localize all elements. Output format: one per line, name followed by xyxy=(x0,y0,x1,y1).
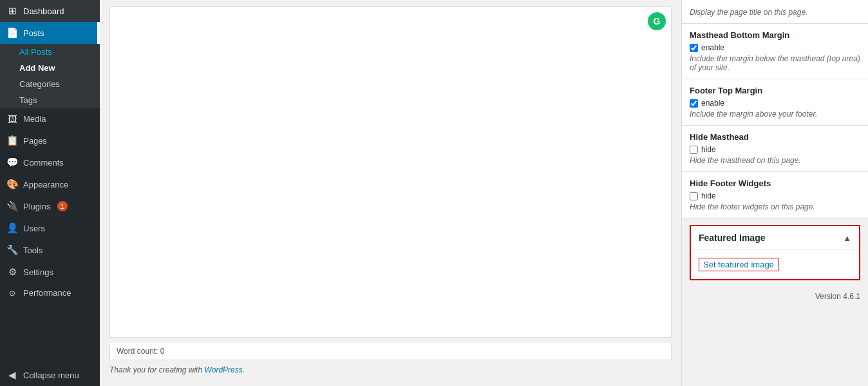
masthead-bottom-margin-label: enable xyxy=(701,43,724,52)
submenu-add-new[interactable]: Add New xyxy=(0,60,100,76)
editor-box[interactable]: G xyxy=(109,6,672,338)
sidebar-item-tools[interactable]: 🔧 Tools xyxy=(0,239,100,261)
performance-icon: ⊙ xyxy=(6,289,18,298)
sidebar-item-settings[interactable]: ⚙ Settings xyxy=(0,261,100,283)
sidebar-item-collapse[interactable]: ◀ Collapse menu xyxy=(0,364,100,386)
right-panel: Display the page title on this page. Mas… xyxy=(681,0,868,386)
sidebar: ⊞ Dashboard 📄 Posts All Posts Add New Ca… xyxy=(0,0,100,386)
submenu-all-posts[interactable]: All Posts xyxy=(0,44,100,60)
posts-submenu: All Posts Add New Categories Tags xyxy=(0,44,100,108)
sidebar-item-plugins[interactable]: 🔌 Plugins 1 xyxy=(0,195,100,217)
sidebar-item-users[interactable]: 👤 Users xyxy=(0,217,100,239)
set-featured-image-link[interactable]: Set featured image xyxy=(699,258,778,271)
hide-masthead-checkbox[interactable] xyxy=(690,146,698,154)
featured-image-title: Featured Image xyxy=(699,233,765,243)
dashboard-icon: ⊞ xyxy=(6,5,18,17)
submenu-categories[interactable]: Categories xyxy=(0,76,100,92)
featured-image-header: Featured Image ▲ xyxy=(691,226,859,250)
media-icon: 🖼 xyxy=(6,113,18,124)
active-bar xyxy=(97,22,100,44)
editor-area: G Word count: 0 Thank you for creating w… xyxy=(100,0,681,386)
hide-footer-widgets-label: hide xyxy=(701,191,716,200)
masthead-bottom-margin-section: Masthead Bottom Margin enable Include th… xyxy=(682,24,868,79)
pages-icon: 📋 xyxy=(6,135,18,146)
hide-masthead-label: hide xyxy=(701,145,716,154)
collapse-icon: ◀ xyxy=(6,369,18,381)
featured-image-panel: Featured Image ▲ Set featured image xyxy=(690,225,860,280)
word-count: Word count: 0 xyxy=(109,343,672,360)
thank-you-bar: Thank you for creating with WordPress. xyxy=(109,360,672,380)
sidebar-item-comments[interactable]: 💬 Comments xyxy=(0,151,100,173)
sidebar-item-pages[interactable]: 📋 Pages xyxy=(0,130,100,151)
posts-icon: 📄 xyxy=(6,27,18,39)
sidebar-item-media[interactable]: 🖼 Media xyxy=(0,108,100,130)
appearance-icon: 🎨 xyxy=(6,179,18,190)
sidebar-item-appearance[interactable]: 🎨 Appearance xyxy=(0,173,100,195)
featured-image-collapse-icon[interactable]: ▲ xyxy=(843,233,851,243)
hide-masthead-section: Hide Masthead hide Hide the masthead on … xyxy=(682,126,868,172)
plugins-badge: 1 xyxy=(57,201,68,211)
page-title-section: Display the page title on this page. xyxy=(682,0,868,24)
sidebar-item-posts[interactable]: 📄 Posts xyxy=(0,22,100,44)
hide-footer-widgets-section: Hide Footer Widgets hide Hide the footer… xyxy=(682,172,868,218)
grammarly-icon: G xyxy=(648,12,666,30)
plugins-icon: 🔌 xyxy=(6,200,18,212)
footer-top-margin-section: Footer Top Margin enable Include the mar… xyxy=(682,79,868,126)
users-icon: 👤 xyxy=(6,222,18,234)
masthead-bottom-margin-checkbox[interactable] xyxy=(690,44,698,52)
footer-top-margin-label: enable xyxy=(701,99,724,108)
hide-footer-widgets-checkbox[interactable] xyxy=(690,192,698,200)
main-content: G Word count: 0 Thank you for creating w… xyxy=(100,0,681,386)
comments-icon: 💬 xyxy=(6,157,18,168)
sidebar-item-dashboard[interactable]: ⊞ Dashboard xyxy=(0,0,100,22)
version-bar: Version 4.6.1 xyxy=(682,287,868,306)
settings-icon: ⚙ xyxy=(6,266,18,278)
tools-icon: 🔧 xyxy=(6,244,18,256)
sidebar-item-performance[interactable]: ⊙ Performance xyxy=(0,283,100,303)
wordpress-link[interactable]: WordPress xyxy=(204,365,242,374)
footer-top-margin-checkbox[interactable] xyxy=(690,99,698,108)
submenu-tags[interactable]: Tags xyxy=(0,92,100,108)
featured-image-body: Set featured image xyxy=(691,250,859,279)
